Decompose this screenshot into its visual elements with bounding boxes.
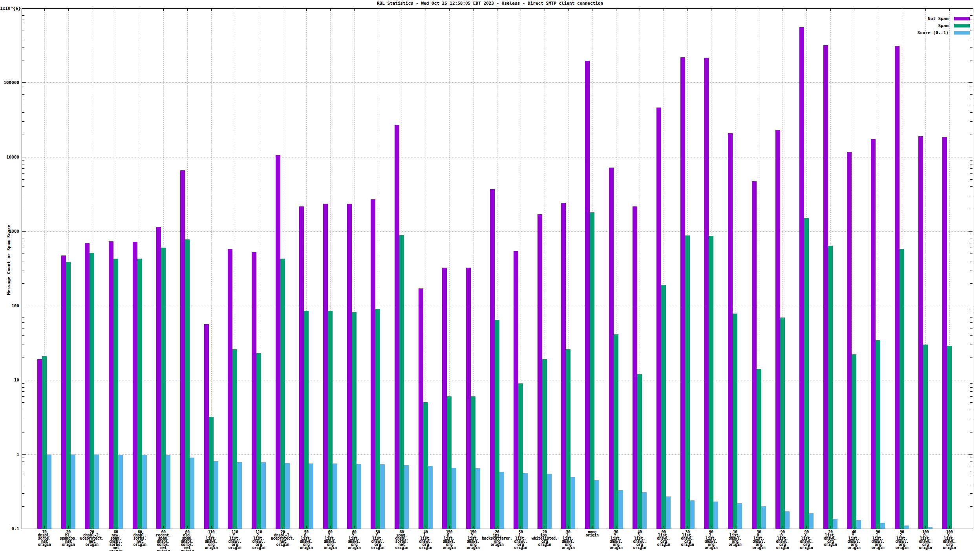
bar-spam [590,212,594,529]
bar-not-spam [799,27,804,529]
x-tick-label: 150Y.list.dnswl.orgorigin [466,531,479,549]
bar-spam [399,235,404,529]
y-minor-tick [22,313,24,313]
bar-spam [447,396,452,529]
bar-score-0-1 [690,500,695,529]
x-tick [949,9,950,11]
x-tick-label-line: origin [895,546,908,549]
x-tick-label-line: origin [156,549,171,551]
bar-not-spam [180,170,185,529]
y-minor-tick [22,254,24,254]
y-minor-tick [970,164,973,164]
x-tick-label: 10list.dnswl.orgorigin [728,531,741,546]
y-tick-label: 10 [0,378,19,383]
bar-spam [542,359,547,529]
x-tick-label-line: origin [532,543,558,546]
x-tick [68,9,69,11]
y-minor-tick [970,196,973,196]
y-major-tick [22,157,26,157]
x-tick [306,9,307,11]
x-tick [116,9,116,11]
y-major-tick [22,529,26,529]
x-tick [568,526,569,528]
y-minor-tick [970,283,973,284]
y-minor-tick [22,15,24,16]
y-minor-tick [970,209,973,209]
y-minor-tick [970,179,973,180]
x-tick [664,526,664,528]
y-minor-tick [970,391,973,392]
bar-score-0-1 [547,474,552,529]
bar-score-0-1 [404,465,409,529]
x-tick [902,9,902,11]
y-minor-tick [970,105,973,105]
x-tick-label-line: origin [252,546,265,549]
y-major-tick [969,157,973,157]
x-tick-label-line: origin [442,546,455,549]
y-minor-tick [970,328,973,328]
x-tick-label-line: origin [824,543,837,546]
y-minor-tick [22,466,24,466]
bar-spam [780,317,785,529]
y-minor-tick [970,15,973,16]
y-axis-title: Message Count or Spam Score [6,225,11,295]
y-minor-tick [970,383,973,384]
y-minor-tick [970,112,973,113]
x-tick [330,526,331,528]
x-tick [235,9,235,11]
bar-score-0-1 [642,492,647,529]
bar-spam [423,402,428,529]
x-tick-label: 1500.list.dnswl.orgorigin [442,531,455,549]
y-minor-tick [22,462,24,462]
y-minor-tick [22,168,24,169]
bar-score-0-1 [309,463,313,529]
bar-score-0-1 [475,468,480,529]
y-minor-tick [970,313,973,313]
bar-score-0-1 [618,490,623,529]
y-minor-tick [22,270,24,270]
bar-not-spam [514,251,518,529]
x-tick-label: 60new.spam.dnsbl.sorbs.netorigin [109,531,122,551]
x-tick-label: 60dnsbl.sorbs.netorigin [133,531,146,546]
bar-score-0-1 [594,480,599,529]
x-tick [473,9,474,11]
y-tick-label: 10000 [0,155,19,160]
y-minor-tick [22,112,24,113]
x-tick-label: 30Y.list.dnswl.orgorigin [609,531,622,549]
y-minor-tick [22,179,24,180]
y-major-tick [969,82,973,83]
bar-not-spam [752,181,757,529]
x-tick [545,526,545,528]
x-tick-label: 500.list.dnswl.orgorigin [300,531,313,549]
y-minor-tick [970,135,973,135]
y-minor-tick [22,47,24,47]
y-minor-tick [22,86,24,86]
bar-not-spam [609,168,614,529]
x-tick [140,526,140,528]
x-tick [378,526,378,528]
x-tick [925,9,926,11]
x-tick-label-line: origin [776,546,789,549]
bar-spam [637,374,642,529]
legend-label-spam: Spam [938,23,949,28]
x-tick [925,526,926,528]
bar-not-spam [228,249,232,529]
y-minor-tick [22,196,24,196]
x-tick-label-line: origin [681,543,694,546]
bar-not-spam [61,255,66,529]
x-tick-label-line: origin [561,546,574,549]
y-minor-tick [970,506,973,507]
x-tick-label: 20dnsbl-3.uceprotect.netorigin [271,531,295,546]
bar-not-spam [371,199,375,529]
y-minor-tick [22,387,24,388]
bar-spam [947,346,952,529]
bar-score-0-1 [785,511,790,529]
bar-score-0-1 [761,506,766,529]
y-tick-label: 1x10^{6} [0,6,19,11]
bar-not-spam [347,204,352,529]
y-minor-tick [22,345,24,345]
y-minor-tick [22,243,24,243]
x-tick-label-line: origin [871,546,884,549]
y-minor-tick [970,38,973,38]
y-minor-tick [970,235,973,235]
